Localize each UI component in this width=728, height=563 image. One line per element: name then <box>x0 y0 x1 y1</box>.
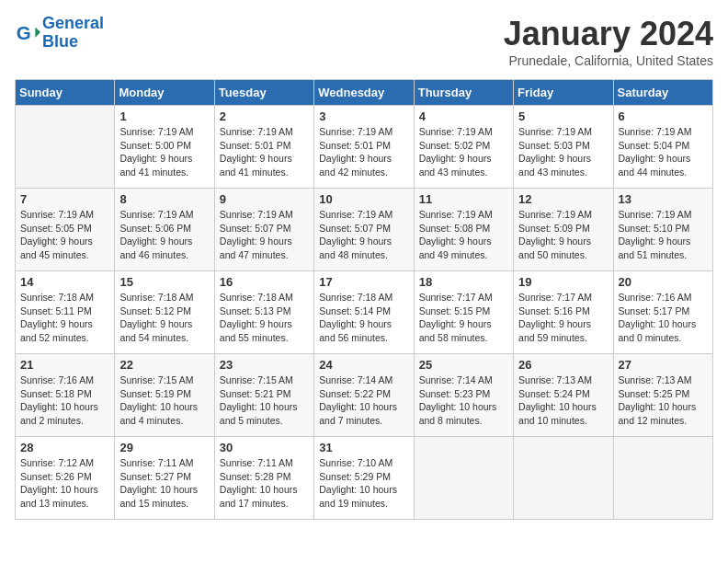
day-info: Sunrise: 7:17 AMSunset: 5:15 PMDaylight:… <box>419 291 508 345</box>
weekday-header: Tuesday <box>214 80 313 106</box>
calendar-cell: 21Sunrise: 7:16 AMSunset: 5:18 PMDayligh… <box>16 354 115 437</box>
calendar-cell: 8Sunrise: 7:19 AMSunset: 5:06 PMDaylight… <box>115 189 214 271</box>
day-number: 14 <box>20 275 109 289</box>
calendar-week-row: 28Sunrise: 7:12 AMSunset: 5:26 PMDayligh… <box>16 437 713 520</box>
day-number: 21 <box>20 358 109 372</box>
calendar-week-row: 14Sunrise: 7:18 AMSunset: 5:11 PMDayligh… <box>16 271 713 354</box>
weekday-header: Thursday <box>414 80 513 106</box>
day-info: Sunrise: 7:19 AMSunset: 5:01 PMDaylight:… <box>220 125 309 179</box>
calendar-cell: 20Sunrise: 7:16 AMSunset: 5:17 PMDayligh… <box>613 271 712 354</box>
title-block: January 2024 Prunedale, California, Unit… <box>504 15 713 68</box>
day-info: Sunrise: 7:19 AMSunset: 5:04 PMDaylight:… <box>619 125 708 179</box>
header-row: SundayMondayTuesdayWednesdayThursdayFrid… <box>16 80 713 106</box>
calendar-cell: 24Sunrise: 7:14 AMSunset: 5:22 PMDayligh… <box>314 354 414 437</box>
day-number: 26 <box>518 358 608 372</box>
calendar-cell: 27Sunrise: 7:13 AMSunset: 5:25 PMDayligh… <box>613 354 712 437</box>
day-number: 2 <box>220 109 309 123</box>
calendar-cell-empty <box>414 437 513 520</box>
day-number: 22 <box>119 358 209 372</box>
day-number: 13 <box>619 192 708 206</box>
day-info: Sunrise: 7:18 AMSunset: 5:13 PMDaylight:… <box>220 291 309 345</box>
day-info: Sunrise: 7:11 AMSunset: 5:27 PMDaylight:… <box>119 456 209 511</box>
day-number: 16 <box>220 275 309 289</box>
day-info: Sunrise: 7:18 AMSunset: 5:11 PMDaylight:… <box>20 291 109 345</box>
day-info: Sunrise: 7:14 AMSunset: 5:22 PMDaylight:… <box>319 373 408 428</box>
calendar-cell-empty <box>16 106 115 189</box>
calendar-cell: 28Sunrise: 7:12 AMSunset: 5:26 PMDayligh… <box>16 437 115 520</box>
day-info: Sunrise: 7:19 AMSunset: 5:02 PMDaylight:… <box>419 125 508 179</box>
weekday-header: Sunday <box>16 80 115 106</box>
calendar-cell: 2Sunrise: 7:19 AMSunset: 5:01 PMDaylight… <box>214 106 313 189</box>
day-number: 28 <box>20 441 109 454</box>
day-number: 29 <box>119 441 209 454</box>
calendar-cell: 9Sunrise: 7:19 AMSunset: 5:07 PMDaylight… <box>214 189 313 271</box>
day-info: Sunrise: 7:18 AMSunset: 5:14 PMDaylight:… <box>319 291 408 345</box>
calendar-cell: 10Sunrise: 7:19 AMSunset: 5:07 PMDayligh… <box>314 189 414 271</box>
day-info: Sunrise: 7:19 AMSunset: 5:05 PMDaylight:… <box>20 208 109 262</box>
calendar-cell: 30Sunrise: 7:11 AMSunset: 5:28 PMDayligh… <box>214 437 313 520</box>
day-number: 6 <box>619 109 708 123</box>
day-number: 31 <box>319 441 408 454</box>
day-number: 15 <box>119 275 209 289</box>
day-info: Sunrise: 7:15 AMSunset: 5:19 PMDaylight:… <box>119 373 209 428</box>
day-number: 19 <box>518 275 608 289</box>
day-number: 18 <box>419 275 508 289</box>
day-info: Sunrise: 7:13 AMSunset: 5:25 PMDaylight:… <box>619 373 708 428</box>
day-number: 17 <box>319 275 408 289</box>
day-info: Sunrise: 7:19 AMSunset: 5:08 PMDaylight:… <box>419 208 508 262</box>
weekday-header: Saturday <box>613 80 712 106</box>
day-number: 20 <box>619 275 708 289</box>
calendar-cell: 18Sunrise: 7:17 AMSunset: 5:15 PMDayligh… <box>414 271 513 354</box>
day-number: 3 <box>319 109 408 123</box>
day-number: 7 <box>20 192 109 206</box>
day-number: 9 <box>220 192 309 206</box>
calendar-cell: 25Sunrise: 7:14 AMSunset: 5:23 PMDayligh… <box>414 354 513 437</box>
weekday-header: Monday <box>115 80 214 106</box>
day-number: 1 <box>119 109 209 123</box>
logo-text: General Blue <box>42 15 104 52</box>
day-number: 11 <box>419 192 508 206</box>
day-info: Sunrise: 7:18 AMSunset: 5:12 PMDaylight:… <box>119 291 209 345</box>
calendar-cell: 19Sunrise: 7:17 AMSunset: 5:16 PMDayligh… <box>514 271 613 354</box>
day-info: Sunrise: 7:13 AMSunset: 5:24 PMDaylight:… <box>518 373 608 428</box>
calendar-week-row: 7Sunrise: 7:19 AMSunset: 5:05 PMDaylight… <box>16 189 713 271</box>
calendar-cell: 4Sunrise: 7:19 AMSunset: 5:02 PMDaylight… <box>414 106 513 189</box>
svg-marker-1 <box>35 27 40 37</box>
day-info: Sunrise: 7:16 AMSunset: 5:17 PMDaylight:… <box>619 291 708 345</box>
calendar-cell: 1Sunrise: 7:19 AMSunset: 5:00 PMDaylight… <box>115 106 214 189</box>
calendar-cell: 7Sunrise: 7:19 AMSunset: 5:05 PMDaylight… <box>16 189 115 271</box>
weekday-header: Friday <box>514 80 613 106</box>
day-info: Sunrise: 7:19 AMSunset: 5:07 PMDaylight:… <box>220 208 309 262</box>
calendar-cell: 6Sunrise: 7:19 AMSunset: 5:04 PMDaylight… <box>613 106 712 189</box>
day-info: Sunrise: 7:19 AMSunset: 5:07 PMDaylight:… <box>319 208 408 262</box>
calendar-week-row: 21Sunrise: 7:16 AMSunset: 5:18 PMDayligh… <box>16 354 713 437</box>
page-header: G General Blue January 2024 Prunedale, C… <box>15 15 713 68</box>
calendar-cell: 22Sunrise: 7:15 AMSunset: 5:19 PMDayligh… <box>115 354 214 437</box>
calendar-cell: 5Sunrise: 7:19 AMSunset: 5:03 PMDaylight… <box>514 106 613 189</box>
day-number: 5 <box>518 109 608 123</box>
day-info: Sunrise: 7:11 AMSunset: 5:28 PMDaylight:… <box>220 456 309 511</box>
calendar-cell: 12Sunrise: 7:19 AMSunset: 5:09 PMDayligh… <box>514 189 613 271</box>
day-info: Sunrise: 7:19 AMSunset: 5:06 PMDaylight:… <box>119 208 209 262</box>
location: Prunedale, California, United States <box>504 53 713 68</box>
calendar-cell: 23Sunrise: 7:15 AMSunset: 5:21 PMDayligh… <box>214 354 313 437</box>
day-info: Sunrise: 7:19 AMSunset: 5:09 PMDaylight:… <box>518 208 608 262</box>
calendar-table: SundayMondayTuesdayWednesdayThursdayFrid… <box>15 79 713 520</box>
day-info: Sunrise: 7:19 AMSunset: 5:10 PMDaylight:… <box>619 208 708 262</box>
day-info: Sunrise: 7:12 AMSunset: 5:26 PMDaylight:… <box>20 456 109 511</box>
calendar-cell: 26Sunrise: 7:13 AMSunset: 5:24 PMDayligh… <box>514 354 613 437</box>
day-number: 30 <box>220 441 309 454</box>
day-info: Sunrise: 7:16 AMSunset: 5:18 PMDaylight:… <box>20 373 109 428</box>
day-number: 24 <box>319 358 408 372</box>
day-info: Sunrise: 7:17 AMSunset: 5:16 PMDaylight:… <box>518 291 608 345</box>
day-info: Sunrise: 7:19 AMSunset: 5:00 PMDaylight:… <box>119 125 209 179</box>
calendar-cell: 13Sunrise: 7:19 AMSunset: 5:10 PMDayligh… <box>613 189 712 271</box>
day-number: 8 <box>119 192 209 206</box>
day-number: 27 <box>619 358 708 372</box>
day-number: 10 <box>319 192 408 206</box>
logo-icon: G <box>15 20 40 46</box>
day-info: Sunrise: 7:15 AMSunset: 5:21 PMDaylight:… <box>220 373 309 428</box>
calendar-cell: 16Sunrise: 7:18 AMSunset: 5:13 PMDayligh… <box>214 271 313 354</box>
logo: G General Blue <box>15 15 104 52</box>
calendar-cell-empty <box>613 437 712 520</box>
